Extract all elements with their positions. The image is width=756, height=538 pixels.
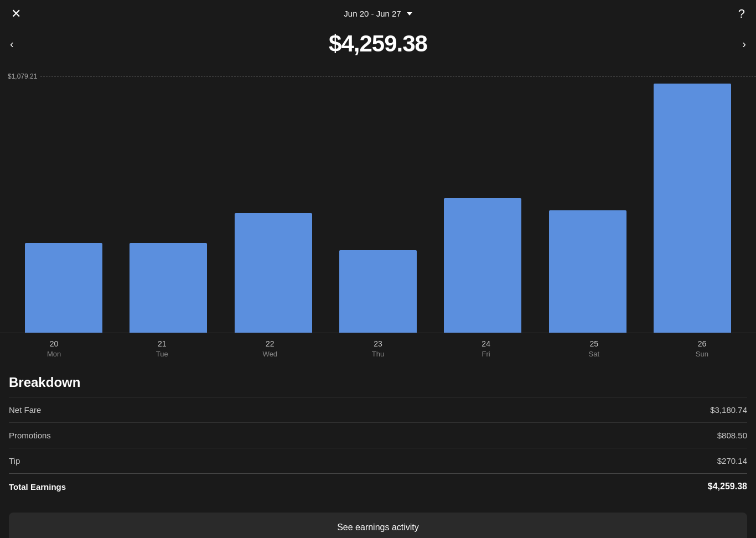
day-name: Sun bbox=[696, 350, 708, 358]
date-num: 25 bbox=[589, 339, 598, 350]
day-name: Wed bbox=[263, 350, 278, 358]
close-button[interactable]: ✕ bbox=[11, 8, 21, 20]
bar-group-tue bbox=[116, 81, 220, 333]
total-earnings-display: ‹ $4,259.38 › bbox=[0, 27, 756, 65]
x-label-wed: 22Wed bbox=[216, 339, 324, 358]
x-label-tue: 21Tue bbox=[108, 339, 216, 358]
top-bar: ✕ Jun 20 - Jun 27 ? bbox=[0, 0, 756, 27]
x-label-thu: 23Thu bbox=[324, 339, 432, 358]
bars-area bbox=[0, 65, 756, 333]
date-num: 23 bbox=[374, 339, 382, 350]
breakdown-row-promotions: Promotions$808.50 bbox=[9, 422, 747, 448]
bar-wed[interactable] bbox=[235, 213, 312, 333]
x-label-sun: 26Sun bbox=[648, 339, 756, 358]
breakdown-row-value: $270.14 bbox=[717, 456, 747, 465]
day-name: Thu bbox=[372, 350, 384, 358]
nav-next-button[interactable]: › bbox=[738, 33, 750, 55]
breakdown-row-label: Net Fare bbox=[9, 405, 41, 415]
x-label-sat: 25Sat bbox=[540, 339, 648, 358]
date-num: 22 bbox=[266, 339, 275, 350]
breakdown-row-label: Tip bbox=[9, 456, 20, 465]
day-name: Sat bbox=[589, 350, 600, 358]
date-num: 26 bbox=[698, 339, 707, 350]
bar-thu[interactable] bbox=[339, 250, 417, 333]
day-name: Tue bbox=[156, 350, 168, 358]
x-label-mon: 20Mon bbox=[0, 339, 108, 358]
total-value: $4,259.38 bbox=[708, 482, 747, 492]
chevron-down-icon bbox=[407, 12, 412, 15]
bar-group-sun bbox=[640, 81, 745, 333]
breakdown-title: Breakdown bbox=[9, 375, 747, 390]
bar-mon[interactable] bbox=[25, 243, 102, 333]
breakdown-row-value: $808.50 bbox=[717, 431, 747, 440]
date-range-selector[interactable]: Jun 20 - Jun 27 bbox=[344, 9, 412, 18]
bar-group-wed bbox=[221, 81, 325, 333]
breakdown-row-net-fare: Net Fare$3,180.74 bbox=[9, 397, 747, 422]
total-label: Total Earnings bbox=[9, 482, 66, 492]
x-axis: 20Mon21Tue22Wed23Thu24Fri25Sat26Sun bbox=[0, 333, 756, 364]
bar-group-mon bbox=[11, 81, 116, 333]
breakdown-rows: Net Fare$3,180.74Promotions$808.50Tip$27… bbox=[9, 397, 747, 473]
chart-container: $1,079.21 20Mon21Tue22Wed23Thu24Fri25Sat… bbox=[0, 65, 756, 364]
breakdown-row-value: $3,180.74 bbox=[710, 405, 747, 415]
see-earnings-button[interactable]: See earnings activity bbox=[9, 513, 747, 538]
bar-group-thu bbox=[325, 81, 430, 333]
bar-tue[interactable] bbox=[130, 243, 207, 333]
date-range-label: Jun 20 - Jun 27 bbox=[344, 9, 401, 18]
x-label-fri: 24Fri bbox=[432, 339, 540, 358]
bar-sun[interactable] bbox=[654, 84, 731, 333]
bar-sat[interactable] bbox=[549, 210, 626, 333]
breakdown-row-label: Promotions bbox=[9, 431, 51, 440]
date-num: 21 bbox=[158, 339, 167, 350]
help-button[interactable]: ? bbox=[738, 7, 745, 21]
breakdown-row-tip: Tip$270.14 bbox=[9, 448, 747, 473]
date-num: 24 bbox=[481, 339, 490, 350]
total-amount: $4,259.38 bbox=[329, 30, 427, 57]
breakdown-total-row: Total Earnings $4,259.38 bbox=[9, 473, 747, 499]
breakdown-section: Breakdown Net Fare$3,180.74Promotions$80… bbox=[0, 364, 756, 505]
bar-group-sat bbox=[535, 81, 640, 333]
date-num: 20 bbox=[50, 339, 59, 350]
day-name: Fri bbox=[482, 350, 490, 358]
nav-prev-button[interactable]: ‹ bbox=[6, 33, 18, 55]
day-name: Mon bbox=[47, 350, 61, 358]
bar-fri[interactable] bbox=[444, 198, 521, 333]
bar-group-fri bbox=[431, 81, 535, 333]
